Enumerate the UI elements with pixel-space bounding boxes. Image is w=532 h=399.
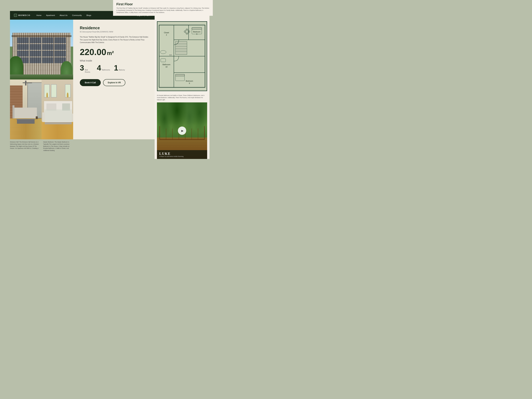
second-floor-description: th Ensuite Bathroom And Walk-In Closet, … (155, 93, 209, 102)
nav-home[interactable]: Home (36, 14, 42, 16)
action-buttons: Book A Call Explore In VR (80, 79, 149, 86)
book-call-button[interactable]: Book A Call (80, 79, 101, 86)
residence-address: 65 Glenurquhart Road BALGOWNIV51 9WW (80, 31, 149, 33)
master-bedroom-caption: Master Bedroom: The Master Bedroom Is Ty… (43, 141, 71, 152)
nav-about[interactable]: About Us (59, 14, 67, 16)
svg-text:9: 9 (189, 82, 190, 84)
building-photo (10, 20, 73, 79)
svg-point-30 (186, 32, 188, 35)
nav-community[interactable]: Community (72, 14, 82, 16)
video-subtitle: A Place To Call Home Amidst Stunning (159, 156, 205, 157)
features-row: 3 Bed Rooms 4 Bathrooms 1 Balcony (80, 64, 149, 73)
area-display: 220.00 m² (80, 48, 149, 56)
residence-title: Residence (80, 25, 149, 30)
svg-text:Closet: Closet (164, 32, 169, 34)
svg-text:8/20: 8/20 (169, 54, 172, 56)
svg-point-28 (188, 31, 190, 32)
svg-point-27 (186, 29, 188, 31)
feature-balcony: 1 Balcony (114, 64, 125, 72)
svg-rect-18 (192, 27, 202, 29)
svg-rect-21 (176, 41, 187, 55)
info-panel: Residence 65 Glenurquhart Road BALGOWNIV… (73, 20, 155, 139)
first-floor-title: First Floor (116, 2, 209, 6)
residence-description: The House "Neither Big Nor Small" Is Des… (80, 36, 149, 44)
svg-text:2: 2 (166, 34, 167, 36)
what-inside-label: What Inside (80, 59, 149, 62)
floor-plan-wrapper: Closet 2 Bedroom 9 Bathroom 10 Bedroom 9 (155, 20, 209, 93)
first-floor-description: The First Floor Of "Neither Big Nor Smal… (116, 7, 209, 13)
nav-blogs[interactable]: Blogs (86, 14, 91, 16)
feature-bathrooms: 4 Bathrooms (97, 64, 110, 72)
svg-text:10: 10 (165, 66, 167, 68)
svg-rect-20 (176, 74, 184, 76)
svg-point-29 (184, 31, 186, 32)
svg-text:Bedroom: Bedroom (186, 80, 193, 82)
exterior-video-wrapper: ▶ LUKE A Place To Call Home Amidst Stunn… (157, 102, 207, 159)
svg-text:Bathroom: Bathroom (163, 63, 171, 65)
entrance-hall-caption: Entrance Hall: The Entrance Hall Serves … (10, 141, 40, 149)
bedroom-photo (42, 79, 73, 139)
living-room-photo (10, 79, 42, 139)
explore-vr-button[interactable]: Explore In VR (103, 79, 125, 86)
play-button[interactable]: ▶ (178, 127, 186, 135)
nav-apartment[interactable]: Apartment (46, 14, 55, 16)
video-brand: LUKE (159, 152, 205, 156)
feature-bedrooms: 3 Bed Rooms (80, 64, 93, 73)
logo-icon: ⬡ (14, 14, 17, 17)
svg-text:Bedroom: Bedroom (193, 31, 201, 33)
logo: ⬡ HOMECO (14, 14, 30, 17)
floor-plan-container: Closet 2 Bedroom 9 Bathroom 10 Bedroom 9 (157, 21, 207, 91)
